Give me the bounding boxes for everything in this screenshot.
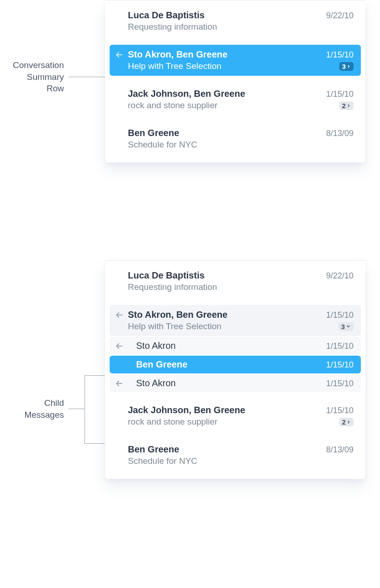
message-date: 1/15/10 bbox=[326, 89, 354, 99]
message-subject: Help with Tree Selection bbox=[128, 321, 222, 331]
sender-name: Sto Akron bbox=[136, 341, 176, 351]
message-subject: Schedule for NYC bbox=[128, 140, 354, 150]
sender-name: Ben Greene bbox=[128, 444, 179, 455]
badge-count: 3 bbox=[341, 323, 345, 330]
message-subject: Requesting information bbox=[128, 282, 354, 292]
message-date: 8/13/09 bbox=[326, 445, 354, 455]
row-leading-space bbox=[115, 89, 128, 90]
chevron-right-icon bbox=[347, 420, 351, 425]
conversation-row[interactable]: Luca De Baptistis 9/22/10 Requesting inf… bbox=[110, 266, 361, 297]
chevron-right-icon bbox=[347, 64, 351, 69]
sender-name: Sto Akron, Ben Greene bbox=[128, 310, 227, 320]
panel-divider bbox=[105, 260, 365, 261]
conversation-row-selected[interactable]: Sto Akron, Ben Greene 1/15/10 Help with … bbox=[110, 45, 361, 76]
message-date: 1/15/10 bbox=[326, 379, 354, 388]
row-leading-space bbox=[115, 10, 128, 11]
row-leading-space bbox=[115, 444, 128, 446]
message-subject: Requesting information bbox=[128, 22, 354, 32]
badge-count: 3 bbox=[342, 63, 346, 70]
child-message-row[interactable]: Sto Akron 1/15/10 bbox=[110, 374, 361, 392]
message-date: 1/15/10 bbox=[326, 310, 354, 320]
sender-name: Sto Akron, Ben Greene bbox=[128, 49, 227, 60]
child-message-row-selected[interactable]: Ben Greene 1/15/10 bbox=[110, 356, 361, 373]
thread-count-badge[interactable]: 3 bbox=[339, 62, 354, 71]
row-leading-space bbox=[115, 128, 128, 129]
sender-name: Luca De Baptistis bbox=[128, 270, 205, 281]
message-subject: Help with Tree Selection bbox=[128, 61, 222, 71]
message-date: 1/15/10 bbox=[326, 406, 354, 415]
conversation-row-expanded[interactable]: Sto Akron, Ben Greene 1/15/10 Help with … bbox=[110, 305, 361, 336]
sender-name: Sto Akron bbox=[136, 378, 176, 388]
conversation-row[interactable]: Ben Greene 8/13/09 Schedule for NYC bbox=[110, 123, 361, 154]
message-subject: rock and stone supplier bbox=[128, 417, 217, 427]
thread-count-badge[interactable]: 2 bbox=[339, 418, 354, 426]
conversation-row[interactable]: Jack Johnson, Ben Greene 1/15/10 rock an… bbox=[110, 400, 361, 431]
annotation-child-messages: Child Messages bbox=[0, 397, 64, 420]
sender-name: Jack Johnson, Ben Greene bbox=[128, 89, 245, 99]
sender-name: Ben Greene bbox=[136, 359, 187, 370]
sender-name: Jack Johnson, Ben Greene bbox=[128, 405, 245, 415]
sender-name: Luca De Baptistis bbox=[128, 10, 205, 21]
chevron-right-icon bbox=[347, 103, 351, 108]
badge-count: 2 bbox=[342, 419, 346, 425]
message-date: 1/15/10 bbox=[326, 341, 354, 351]
conversation-panel-collapsed: Luca De Baptistis 9/22/10 Requesting inf… bbox=[105, 0, 365, 163]
conversation-row[interactable]: Jack Johnson, Ben Greene 1/15/10 rock an… bbox=[110, 84, 361, 115]
message-date: 1/15/10 bbox=[326, 360, 354, 370]
row-leading-space bbox=[115, 405, 128, 406]
reply-arrow-icon bbox=[115, 310, 128, 319]
conversation-row[interactable]: Luca De Baptistis 9/22/10 Requesting inf… bbox=[110, 5, 361, 37]
panel-divider bbox=[105, 0, 365, 0]
connector-line bbox=[69, 77, 105, 77]
message-date: 9/22/10 bbox=[326, 11, 354, 21]
badge-count: 2 bbox=[342, 102, 346, 109]
conversation-row[interactable]: Ben Greene 8/13/09 Schedule for NYC bbox=[110, 440, 361, 471]
bracket-line bbox=[84, 375, 105, 444]
reply-arrow-icon bbox=[115, 378, 128, 388]
child-message-row[interactable]: Sto Akron 1/15/10 bbox=[110, 337, 361, 355]
message-date: 9/22/10 bbox=[326, 271, 354, 281]
thread-count-badge[interactable]: 2 bbox=[339, 101, 354, 110]
chevron-down-icon bbox=[346, 324, 351, 329]
message-subject: Schedule for NYC bbox=[128, 456, 354, 466]
reply-arrow-icon bbox=[115, 49, 128, 59]
annotation-summary-row: Conversation Summary Row bbox=[0, 59, 64, 94]
row-leading-space bbox=[115, 270, 128, 272]
message-date: 1/15/10 bbox=[326, 50, 354, 60]
reply-arrow-icon bbox=[115, 341, 128, 350]
row-leading-space bbox=[115, 359, 128, 361]
message-date: 8/13/09 bbox=[326, 129, 354, 138]
sender-name: Ben Greene bbox=[128, 128, 179, 138]
message-subject: rock and stone supplier bbox=[128, 100, 217, 110]
connector-line bbox=[69, 409, 84, 409]
conversation-panel-expanded: Luca De Baptistis 9/22/10 Requesting inf… bbox=[105, 260, 365, 479]
thread-count-badge[interactable]: 3 bbox=[338, 322, 354, 331]
